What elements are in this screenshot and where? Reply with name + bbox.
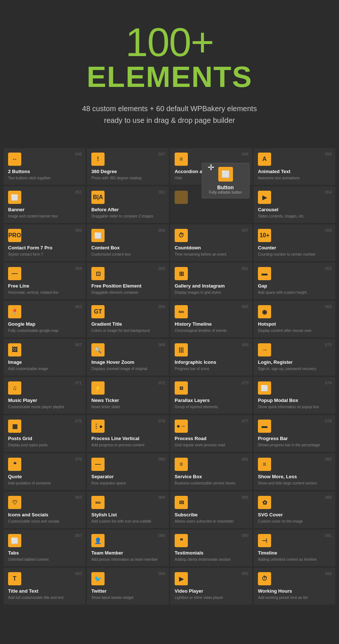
card-desc: Add space with custom height — [258, 290, 331, 295]
element-card[interactable]: 053 — [170, 186, 252, 223]
element-card[interactable]: 048≡Accordion and ToggleHide⬜ButtonFully… — [170, 148, 252, 185]
element-card[interactable]: 068🔍Image Hover ZoomDisplays zoomed imag… — [87, 339, 169, 376]
headline-100: 100+ — [7, 22, 332, 62]
card-title: Timeline — [258, 550, 331, 556]
card-title: Free Line — [8, 283, 81, 289]
card-title: History Timeline — [175, 321, 248, 327]
element-card[interactable]: 077●→Process RoadGrid regular work proce… — [170, 415, 252, 452]
element-card[interactable]: 051⬜BannerImage and content banner box — [4, 186, 85, 223]
element-card[interactable]: 089👤Team MemberAdd person information as… — [87, 530, 169, 566]
card-number: 065 — [242, 304, 248, 309]
card-icon-testimonials: ❝ — [175, 534, 188, 547]
element-card[interactable]: 087⬜TabsUnlimited tabbed content — [4, 530, 85, 566]
element-card[interactable]: 091⊣TimelineAdding unlimited content as … — [254, 530, 335, 566]
element-card[interactable]: 052B|ABefore AfterDraggable slider to co… — [87, 186, 169, 223]
card-icon-svg: ✿ — [258, 496, 271, 509]
card-number: 074 — [325, 381, 332, 385]
element-card[interactable]: 073⧈Parallax LayersGroup of layered elem… — [170, 377, 252, 414]
card-title: Twitter — [91, 588, 164, 594]
element-card[interactable]: 094🐦TwitterShow latest tweets widget — [87, 568, 169, 604]
card-icon-video: ▶ — [175, 572, 188, 585]
card-number: 052 — [158, 190, 165, 194]
card-desc: Customizable icons and socials — [8, 519, 81, 524]
element-card[interactable]: 069|||Inforgraphic IconsProgress bar of … — [170, 339, 252, 376]
card-title: Team Member — [91, 550, 164, 556]
card-number: 072 — [158, 381, 165, 385]
element-card[interactable]: 063📍Google MapFully customisable google … — [4, 301, 85, 337]
element-card[interactable]: 066◉HotspotDisplay content after mouse o… — [254, 301, 335, 337]
element-card[interactable]: 070→Login, RegisterSign-in, sign-up, pas… — [254, 339, 335, 376]
element-card[interactable]: 055PROContact Form 7 ProStylish contact … — [4, 224, 85, 261]
element-card[interactable]: 060⊡Free Position ElementDraggable eleme… — [87, 263, 169, 299]
card-title: Testimonials — [175, 550, 248, 556]
element-card[interactable]: 082≡Show More, LessShow and hide large c… — [254, 453, 335, 490]
element-card[interactable]: 095▶Video PlayerLightbox or inline video… — [170, 568, 252, 604]
card-desc: Display post types posts — [8, 443, 81, 448]
element-card[interactable]: 064GTGradient TitleColors or image for t… — [87, 301, 169, 337]
element-card[interactable]: 061⊞Gallery and InstagramDisplay images … — [170, 263, 252, 299]
card-number: 089 — [158, 533, 165, 538]
card-number: 079 — [75, 457, 82, 461]
card-desc: Draggable slider to compare 2 images — [91, 214, 164, 219]
card-title: Quote — [8, 474, 81, 479]
card-title: Gap — [258, 283, 331, 289]
element-card[interactable]: 079❝QuoteAdd quotation of someone — [4, 453, 85, 490]
card-icon-infographic: ||| — [175, 343, 188, 356]
card-icon-login: → — [258, 343, 271, 356]
card-icon-free-pos: ⊡ — [91, 267, 105, 280]
element-card[interactable]: 071♫Music PlayerCustomizable music playe… — [4, 377, 85, 414]
card-icon-banner: ⬜ — [8, 191, 21, 204]
element-card[interactable]: 081≡Service BoxBusiness customizable ser… — [170, 453, 252, 490]
element-card[interactable]: 072⚡News TickerNews ticker slider — [87, 377, 169, 414]
element-card[interactable]: 090❝TestimonialsAdding clients testimoni… — [170, 530, 252, 566]
element-card[interactable]: 059—Free LineHorizontal, vertical, rotat… — [4, 263, 85, 299]
card-desc: Customized content box — [91, 252, 164, 257]
card-number: 047 — [158, 152, 165, 156]
element-card[interactable]: 083♡Icons and SocialsCustomizable icons … — [4, 491, 85, 528]
element-card[interactable]: 080—SeparatorRow separator space — [87, 453, 169, 490]
card-desc: Progress bar of icons — [175, 366, 248, 372]
card-number: 090 — [242, 533, 248, 538]
card-icon-timeline2: ⊣ — [258, 534, 271, 547]
element-card[interactable]: 078▬Progress BarShows progress bar in th… — [254, 415, 335, 452]
element-card[interactable]: 05810+CounterCounting number to certain … — [254, 224, 335, 261]
card-title: Stylish List — [91, 512, 164, 517]
card-icon-img-hover: 🔍 — [91, 343, 105, 356]
element-card[interactable]: 086✿SVG CoverCustom cover on the image — [254, 491, 335, 528]
element-card[interactable]: 084≔Stylish ListAdd custom list with ico… — [87, 491, 169, 528]
element-card[interactable]: 075▦Posts GridDisplay post types posts — [4, 415, 85, 452]
element-card[interactable]: 065≔History TimelineChronological timeli… — [170, 301, 252, 337]
card-number: 050 — [325, 152, 332, 156]
element-card[interactable]: 050AAnimated TextAwesome text animations — [254, 148, 335, 185]
card-title: Tabs — [8, 550, 81, 556]
element-card[interactable]: 056⬜Content BoxCustomized content box — [87, 224, 169, 261]
card-title: 360 Degree — [91, 169, 164, 174]
element-card[interactable]: 067🖼ImageAdd customizable image — [4, 339, 85, 376]
card-icon-free-line: — — [8, 267, 21, 280]
card-title: Before After — [91, 207, 164, 212]
card-number: 067 — [75, 343, 82, 347]
card-icon-social: ♡ — [8, 496, 21, 509]
card-title: Video Player — [175, 588, 248, 594]
element-card[interactable]: 054▶CarouselSlides contents, images, etc… — [254, 186, 335, 223]
element-card[interactable]: 093TTitle and TextAdd full customizable … — [4, 568, 85, 604]
card-title: Process Road — [175, 436, 248, 441]
element-card[interactable]: 076⋮●Process Line VerticalAdd progress o… — [87, 415, 169, 452]
card-icon-countdown: ⏱ — [175, 229, 188, 242]
element-card[interactable]: 085✉SubscribeAllows users subscribe to n… — [170, 491, 252, 528]
card-desc: Custom cover on the image — [258, 519, 331, 524]
element-card[interactable]: 074⬜Popup Modal BoxShow quick informatio… — [254, 377, 335, 414]
card-desc: Sign-in, sign-up, password recovery — [258, 366, 331, 372]
card-desc: Slides contents, images, etc. — [258, 214, 331, 219]
card-desc: News ticker slider — [91, 405, 164, 410]
element-card[interactable]: 057⏱CountdownTime remaining before an ev… — [170, 224, 252, 261]
element-card[interactable]: 096⏱Working HoursAdd working preset time… — [254, 568, 335, 604]
card-number: 078 — [325, 419, 332, 423]
element-card[interactable]: 062▬GapAdd space with custom height — [254, 263, 335, 299]
card-title: Music Player — [8, 398, 81, 403]
element-card[interactable]: 046↔2 ButtonsTwo buttons stick together — [4, 148, 85, 185]
element-card[interactable]: 047!360 DegreePhoto with 360 degree rota… — [87, 148, 169, 185]
card-title: Posts Grid — [8, 436, 81, 441]
card-desc: Group of layered elements — [175, 405, 248, 410]
card-desc: Draggable element container — [91, 290, 164, 295]
